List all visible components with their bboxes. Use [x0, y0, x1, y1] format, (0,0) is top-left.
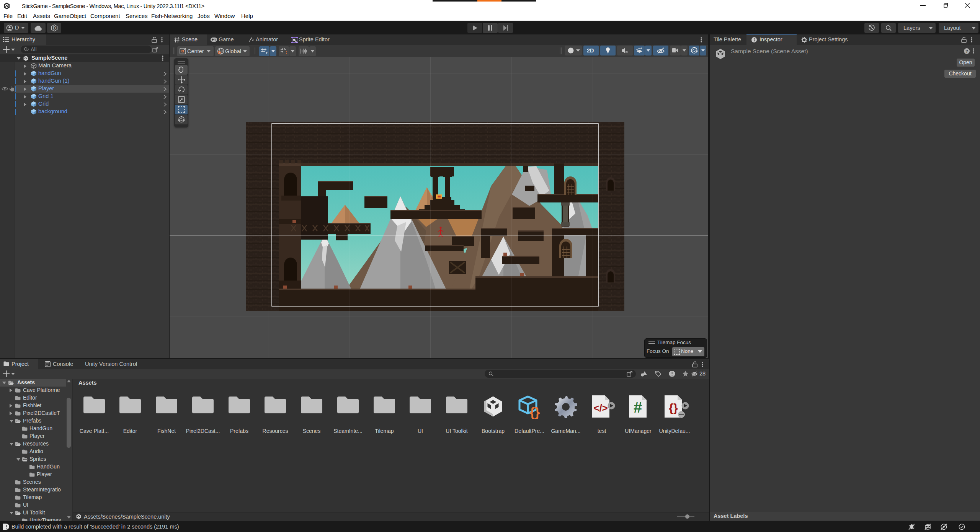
svg-text:?: ?: [965, 49, 968, 54]
svg-text:{}: {}: [530, 405, 540, 419]
svg-text:D: D: [53, 26, 56, 30]
svg-text:Y: Y: [266, 51, 268, 54]
svg-text:</>: </>: [593, 402, 608, 414]
svg-text:{}: {}: [669, 401, 678, 414]
svg-text:#: #: [634, 399, 642, 416]
